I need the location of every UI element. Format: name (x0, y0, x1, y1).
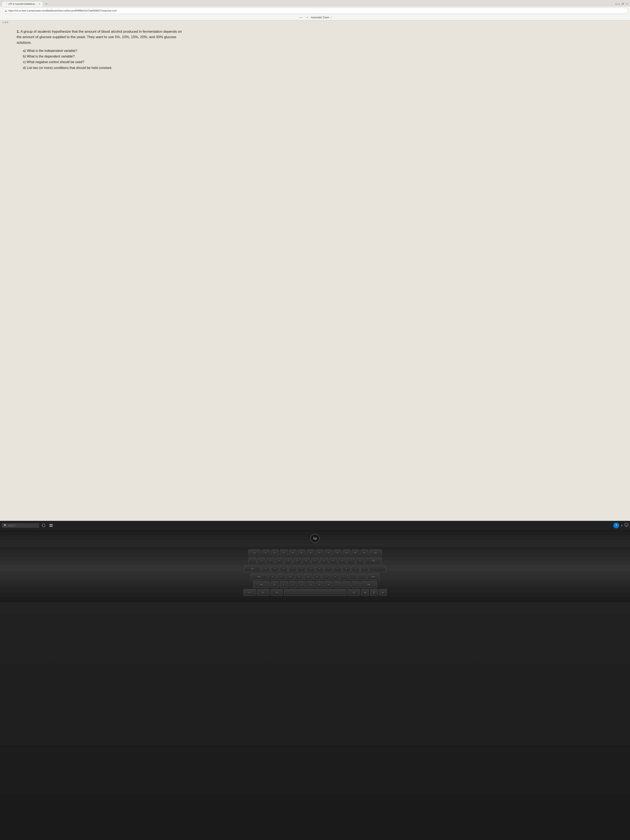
key-j[interactable]: j (322, 573, 330, 580)
key-d[interactable]: d (286, 573, 294, 580)
address-bar-row: 🔒 https://s3.us-east-1.amazonaws.com/bla… (2, 8, 628, 14)
key-f[interactable]: f (295, 573, 303, 580)
key-b[interactable]: b (307, 581, 314, 588)
sub-question-c: c) What negative control should be used? (23, 59, 188, 65)
browser-history-icon[interactable]: ↺ (622, 2, 624, 6)
key-lshift[interactable]: shift (253, 581, 270, 588)
key-n[interactable]: n (316, 581, 324, 588)
key-tilde[interactable]: ~ (248, 557, 256, 564)
key-f3[interactable]: f3 (280, 549, 288, 556)
key-y[interactable]: y (307, 565, 314, 572)
key-8[interactable]: 8 (320, 557, 328, 564)
key-f8[interactable]: f8 (325, 549, 333, 556)
key-1[interactable]: 1 (257, 557, 265, 564)
key-f4[interactable]: f4 (289, 549, 297, 556)
key-space[interactable] (284, 589, 346, 596)
key-w[interactable]: w (271, 565, 279, 572)
key-f11[interactable]: f11 (352, 549, 359, 556)
key-t[interactable]: t (298, 565, 306, 572)
key-x[interactable]: x (280, 581, 288, 588)
key-0[interactable]: 0 (338, 557, 346, 564)
key-f6[interactable]: f6 (307, 549, 314, 556)
zoom-out-button[interactable]: — (298, 16, 303, 19)
key-right[interactable]: ▶ (379, 589, 387, 596)
key-7[interactable]: 7 (311, 557, 319, 564)
key-a[interactable]: a (268, 573, 276, 580)
key-s[interactable]: s (277, 573, 285, 580)
key-9[interactable]: 9 (329, 557, 337, 564)
zoom-in-button[interactable]: + (305, 16, 309, 19)
new-tab-button[interactable]: + (44, 1, 49, 7)
key-left[interactable]: ◀ (361, 589, 369, 596)
key-6[interactable]: 6 (302, 557, 310, 564)
key-f5[interactable]: f5 (298, 549, 306, 556)
key-h[interactable]: h (313, 573, 321, 580)
key-v[interactable]: v (298, 581, 306, 588)
browser-tab-active[interactable]: 📄 UTF-8~Scientific%20Method%20S0Sc ✕ (2, 2, 43, 6)
key-g[interactable]: g (304, 573, 312, 580)
key-semicolon[interactable]: ; (349, 573, 357, 580)
key-minus[interactable]: - (347, 557, 355, 564)
sub-questions-list: a) What is the independent variable? b) … (17, 48, 188, 71)
key-delete[interactable]: del (369, 549, 382, 556)
keyboard-row-2: ~ 1 2 3 4 5 6 7 8 9 0 - = ⌫ (4, 557, 626, 564)
monitor-icon[interactable] (625, 523, 628, 527)
key-esc[interactable]: esc (248, 549, 261, 556)
key-capslock[interactable]: caps (251, 573, 267, 580)
key-k[interactable]: k (331, 573, 339, 580)
key-alt[interactable]: alt (270, 589, 283, 596)
key-quote[interactable]: ' (358, 573, 366, 580)
zoom-options-icon[interactable]: ⁝ (331, 16, 332, 19)
key-period[interactable]: . (343, 581, 351, 588)
key-ralt[interactable]: alt (347, 589, 360, 596)
key-up-down[interactable]: ▲ ▼ (370, 589, 378, 596)
key-f7[interactable]: f7 (316, 549, 324, 556)
key-m[interactable]: m (325, 581, 333, 588)
key-f10[interactable]: f10 (343, 549, 351, 556)
key-f9[interactable]: f9 (333, 549, 341, 556)
key-backslash[interactable]: \ (369, 565, 386, 572)
taskbar-grid-icon[interactable] (48, 522, 54, 529)
keyboard-row-5: shift z x c v b n m , . / shift (4, 581, 626, 588)
key-p[interactable]: p (343, 565, 351, 572)
key-fn[interactable]: fn (257, 589, 269, 596)
key-f2[interactable]: f2 (271, 549, 279, 556)
help-button[interactable]: ? (613, 523, 619, 528)
key-o[interactable]: o (333, 565, 341, 572)
key-4[interactable]: 4 (284, 557, 292, 564)
key-tab[interactable]: tab (244, 565, 261, 572)
question-mark-icon: ? (616, 524, 617, 527)
hp-logo-area: hp (0, 530, 630, 547)
key-l[interactable]: l (340, 573, 348, 580)
key-comma[interactable]: , (333, 581, 341, 588)
svg-point-0 (42, 524, 45, 527)
key-lbracket[interactable]: [ (352, 565, 359, 572)
key-u[interactable]: u (316, 565, 324, 572)
key-z[interactable]: z (271, 581, 279, 588)
key-i[interactable]: i (325, 565, 333, 572)
browser-star-icon[interactable]: ☆ (625, 2, 628, 6)
tab-close-button[interactable]: ✕ (38, 3, 40, 5)
browser-menu-dots[interactable] (616, 3, 620, 5)
key-rbracket[interactable]: ] (360, 565, 368, 572)
key-f12[interactable]: f12 (360, 549, 368, 556)
key-f1[interactable]: f1 (262, 549, 270, 556)
key-c[interactable]: c (289, 581, 297, 588)
key-5[interactable]: 5 (293, 557, 301, 564)
key-3[interactable]: 3 (275, 557, 283, 564)
chevron-up-icon: ▲ (621, 524, 623, 526)
taskbar-circle-icon[interactable] (40, 522, 47, 529)
taskbar-search-box[interactable]: 🔍 (2, 523, 39, 528)
key-q[interactable]: q (262, 565, 270, 572)
key-slash[interactable]: / (352, 581, 359, 588)
key-e[interactable]: e (280, 565, 288, 572)
key-rshift[interactable]: shift (360, 581, 377, 588)
key-ctrl[interactable]: ctrl (243, 589, 256, 596)
key-equals[interactable]: = (356, 557, 364, 564)
key-enter[interactable]: enter (367, 573, 379, 580)
address-bar[interactable]: 🔒 https://s3.us-east-1.amazonaws.com/bla… (2, 8, 628, 14)
key-2[interactable]: 2 (267, 557, 275, 564)
key-r[interactable]: r (289, 565, 297, 572)
search-input[interactable] (8, 524, 33, 527)
key-backspace[interactable]: ⌫ (365, 557, 382, 564)
